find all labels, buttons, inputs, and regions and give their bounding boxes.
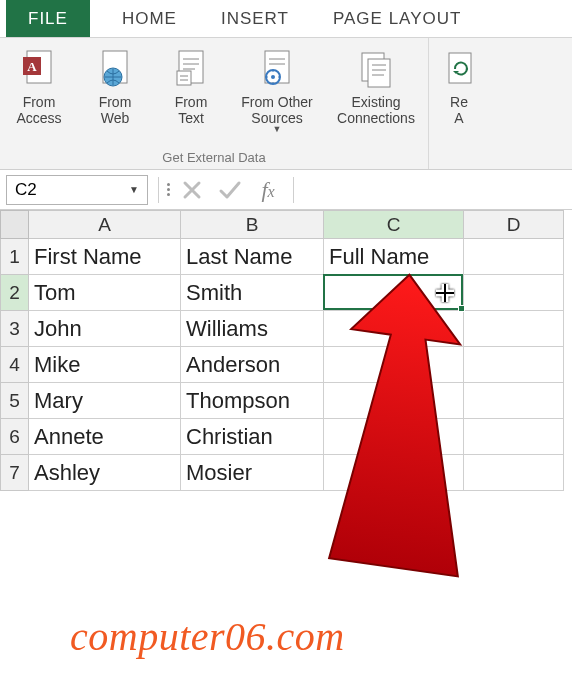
row-header[interactable]: 7 [1,455,29,491]
cell-A3[interactable]: John [29,311,181,347]
name-box[interactable]: C2 ▼ [6,175,148,205]
ribbon-tabs: FILE HOME INSERT PAGE LAYOUT [0,0,572,38]
expand-dots-icon[interactable] [163,183,171,196]
spreadsheet-grid: A B C D 1 First Name Last Name Full Name… [0,210,572,491]
svg-rect-12 [265,51,289,83]
cell-C1[interactable]: Full Name [324,239,464,275]
svg-text:A: A [27,59,37,74]
check-icon [218,179,242,201]
svg-rect-22 [368,59,390,87]
cell-D2[interactable] [464,275,564,311]
cell-D5[interactable] [464,383,564,419]
from-other-sources-button[interactable]: From Other Sources ▼ [234,42,320,147]
cell-A1[interactable]: First Name [29,239,181,275]
formula-bar-row: C2 ▼ fx [0,170,572,210]
cell-C4[interactable] [324,347,464,383]
cell-B7[interactable]: Mosier [181,455,324,491]
existing-connections-icon [356,46,396,92]
from-web-label: From Web [99,94,132,126]
group-get-external-data: A From Access From Web From Text [0,38,429,169]
svg-point-16 [271,75,275,79]
x-icon [181,179,203,201]
row-header[interactable]: 3 [1,311,29,347]
cell-B4[interactable]: Anderson [181,347,324,383]
from-text-button[interactable]: From Text [158,42,224,147]
name-box-value: C2 [15,180,37,200]
chevron-down-icon: ▼ [273,124,282,134]
cell-D3[interactable] [464,311,564,347]
cell-C2[interactable] [324,275,464,311]
cell-B2[interactable]: Smith [181,275,324,311]
row-header[interactable]: 4 [1,347,29,383]
tab-insert[interactable]: INSERT [199,0,311,37]
cell-C3[interactable] [324,311,464,347]
from-text-label: From Text [175,94,208,126]
cancel-button[interactable] [177,175,207,205]
ribbon: A From Access From Web From Text [0,38,572,170]
other-sources-icon [257,46,297,92]
insert-function-button[interactable]: fx [253,175,283,205]
column-header-B[interactable]: B [181,211,324,239]
cell-A7[interactable]: Ashley [29,455,181,491]
formula-input[interactable] [298,175,572,205]
tab-home[interactable]: HOME [100,0,199,37]
cell-A4[interactable]: Mike [29,347,181,383]
from-other-sources-label: From Other Sources [241,94,313,126]
watermark-text: computer06.com [70,613,345,660]
from-access-label: From Access [16,94,61,126]
select-all-corner[interactable] [1,211,29,239]
group-refresh: Re A [429,38,489,169]
refresh-label: Re A [450,94,468,126]
chevron-down-icon: ▼ [129,184,139,195]
existing-connections-label: Existing Connections [337,94,415,126]
cell-A2[interactable]: Tom [29,275,181,311]
column-header-C[interactable]: C [324,211,464,239]
cell-C7[interactable] [324,455,464,491]
refresh-icon [439,46,479,92]
refresh-all-button[interactable]: Re A [435,42,483,147]
cell-B1[interactable]: Last Name [181,239,324,275]
cell-C6[interactable] [324,419,464,455]
cell-B3[interactable]: Williams [181,311,324,347]
row-header[interactable]: 1 [1,239,29,275]
cell-D7[interactable] [464,455,564,491]
web-icon [95,46,135,92]
svg-rect-9 [177,71,191,85]
column-header-D[interactable]: D [464,211,564,239]
cell-C5[interactable] [324,383,464,419]
cell-D6[interactable] [464,419,564,455]
group-label: Get External Data [162,147,265,167]
cell-D4[interactable] [464,347,564,383]
cell-B6[interactable]: Christian [181,419,324,455]
row-header[interactable]: 2 [1,275,29,311]
text-icon [171,46,211,92]
cell-D1[interactable] [464,239,564,275]
cell-A5[interactable]: Mary [29,383,181,419]
row-header[interactable]: 5 [1,383,29,419]
fx-icon: fx [261,177,274,203]
cell-A6[interactable]: Annete [29,419,181,455]
cell-B5[interactable]: Thompson [181,383,324,419]
row-header[interactable]: 6 [1,419,29,455]
existing-connections-button[interactable]: Existing Connections [330,42,422,147]
tab-page-layout[interactable]: PAGE LAYOUT [311,0,483,37]
column-header-A[interactable]: A [29,211,181,239]
from-web-button[interactable]: From Web [82,42,148,147]
enter-button[interactable] [215,175,245,205]
access-icon: A [19,46,59,92]
tab-file[interactable]: FILE [6,0,90,37]
from-access-button[interactable]: A From Access [6,42,72,147]
